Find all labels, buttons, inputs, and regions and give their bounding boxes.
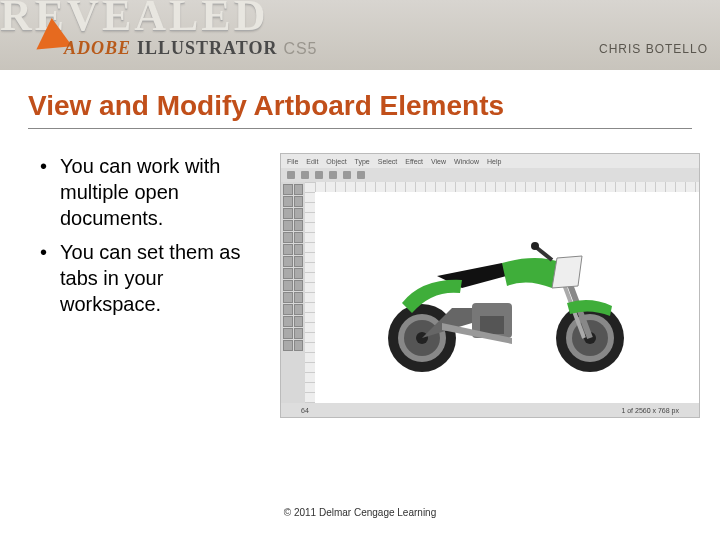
ruler-vertical — [305, 182, 315, 403]
toolbar-icon — [357, 171, 365, 179]
tool-icon — [294, 220, 304, 231]
menu-item: Type — [355, 158, 370, 165]
tool-icon — [294, 292, 304, 303]
status-bar: 64 1 of 2560 x 768 px — [281, 403, 699, 417]
tool-icon — [283, 292, 293, 303]
app-menu-bar: File Edit Object Type Select Effect View… — [281, 154, 699, 168]
toolbar-icon — [301, 171, 309, 179]
tool-icon — [283, 340, 293, 351]
book-banner: REVEALED ADOBE ILLUSTRATOR CS5 CHRIS BOT… — [0, 0, 720, 70]
menu-item: View — [431, 158, 446, 165]
cs5-word: CS5 — [283, 40, 317, 58]
slide-title: View and Modify Artboard Elements — [28, 90, 692, 129]
menu-item: File — [287, 158, 298, 165]
ruler-horizontal — [305, 182, 699, 192]
menu-item: Effect — [405, 158, 423, 165]
tool-icon — [283, 268, 293, 279]
tools-panel — [281, 182, 305, 403]
tool-icon — [283, 232, 293, 243]
tool-icon — [283, 256, 293, 267]
tool-icon — [283, 316, 293, 327]
control-bar — [281, 168, 699, 182]
author-name: CHRIS BOTELLO — [599, 42, 708, 56]
tool-icon — [283, 304, 293, 315]
tool-icon — [294, 256, 304, 267]
tool-icon — [294, 196, 304, 207]
bullet-item: You can set them as tabs in your workspa… — [40, 239, 260, 317]
toolbar-icon — [315, 171, 323, 179]
toolbar-icon — [329, 171, 337, 179]
tool-icon — [294, 316, 304, 327]
menu-item: Window — [454, 158, 479, 165]
tool-icon — [294, 268, 304, 279]
menu-item: Help — [487, 158, 501, 165]
bullet-list: You can work with multiple open document… — [40, 153, 260, 418]
adobe-word: ADOBE — [64, 38, 131, 59]
tool-icon — [294, 328, 304, 339]
motorcycle-artwork — [352, 208, 652, 378]
bullet-item: You can work with multiple open document… — [40, 153, 260, 231]
menu-item: Object — [326, 158, 346, 165]
tool-icon — [294, 208, 304, 219]
status-text: 1 of 2560 x 768 px — [621, 407, 679, 414]
tool-icon — [294, 244, 304, 255]
tool-icon — [283, 208, 293, 219]
tool-icon — [283, 184, 293, 195]
tool-icon — [283, 328, 293, 339]
product-line: ADOBE ILLUSTRATOR CS5 — [64, 38, 318, 59]
svg-rect-9 — [480, 316, 504, 334]
app-body — [281, 182, 699, 403]
menu-item: Edit — [306, 158, 318, 165]
content-row: You can work with multiple open document… — [40, 153, 700, 418]
illustrator-word: ILLUSTRATOR — [137, 38, 277, 59]
zoom-level: 64 — [301, 407, 309, 414]
tool-icon — [294, 280, 304, 291]
illustrator-screenshot: File Edit Object Type Select Effect View… — [280, 153, 700, 418]
tool-icon — [294, 232, 304, 243]
artboard-canvas — [305, 182, 699, 403]
tool-icon — [294, 304, 304, 315]
toolbar-icon — [343, 171, 351, 179]
copyright-footer: © 2011 Delmar Cengage Learning — [0, 507, 720, 518]
tool-icon — [283, 196, 293, 207]
tool-icon — [283, 244, 293, 255]
toolbar-icon — [287, 171, 295, 179]
svg-point-13 — [531, 242, 539, 250]
menu-item: Select — [378, 158, 397, 165]
tool-icon — [283, 280, 293, 291]
tool-icon — [294, 340, 304, 351]
tool-icon — [294, 184, 304, 195]
tool-icon — [283, 220, 293, 231]
